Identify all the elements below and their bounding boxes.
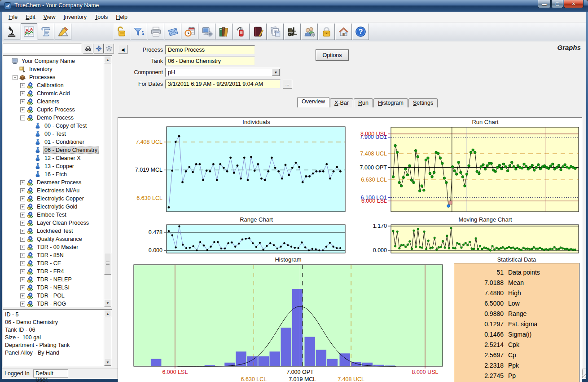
tree-item[interactable]: +Cleaners: [3, 98, 112, 106]
tree-item[interactable]: 12 - Cleaner X: [3, 154, 112, 162]
help-toolbar-button[interactable]: ?: [352, 23, 369, 40]
menu-help[interactable]: Help: [112, 13, 132, 22]
expand-toggle[interactable]: +: [20, 302, 25, 306]
expand-toggle[interactable]: +: [20, 245, 25, 250]
tab-settings[interactable]: Settings: [408, 98, 438, 107]
microscope-toolbar-button[interactable]: [4, 23, 20, 40]
menu-edit[interactable]: Edit: [22, 13, 39, 22]
expand-toggle[interactable]: −: [20, 115, 25, 120]
tree-item[interactable]: 06 - Demo Chemistry: [3, 146, 112, 154]
menu-inventory[interactable]: Inventory: [60, 13, 91, 22]
print-toolbar-button[interactable]: [148, 23, 164, 40]
expand-toggle[interactable]: +: [20, 285, 25, 290]
collapse-all-button[interactable]: [104, 44, 114, 53]
expand-toggle[interactable]: +: [20, 213, 25, 218]
expand-toggle[interactable]: +: [20, 293, 25, 298]
tree-item[interactable]: +TDR - NELSI: [3, 284, 112, 292]
expand-toggle[interactable]: +: [20, 91, 25, 96]
tree-item[interactable]: 13 - Copper: [3, 162, 112, 170]
expand-toggle[interactable]: +: [20, 180, 25, 185]
library-toolbar-button[interactable]: [216, 23, 233, 40]
expand-toggle[interactable]: +: [20, 99, 25, 104]
tree-item[interactable]: +TDR - CE: [3, 259, 112, 267]
tab-histogram[interactable]: Histogram: [373, 98, 408, 107]
tree-item[interactable]: +Lockheed Test: [3, 227, 112, 235]
find-button[interactable]: [83, 44, 93, 53]
expand-all-button[interactable]: [94, 44, 104, 53]
tree-item[interactable]: +Desmear Process: [3, 178, 112, 187]
tree-item[interactable]: 01 - Conditioner: [3, 138, 112, 146]
expand-toggle[interactable]: +: [20, 269, 25, 274]
tree-item[interactable]: +TDR - POL: [3, 292, 112, 300]
minimize-button[interactable]: ▬: [538, 0, 551, 8]
test-results-toolbar-button[interactable]: [38, 23, 54, 40]
tree-item[interactable]: +Quality Assurance: [3, 235, 112, 243]
drafting-toolbar-button[interactable]: [55, 23, 71, 40]
scroll-down-icon[interactable]: ▼: [104, 299, 111, 306]
graphs-toolbar-button[interactable]: [21, 23, 37, 40]
expand-toggle[interactable]: +: [20, 261, 25, 266]
tree-item[interactable]: +Chromic Acid: [3, 89, 112, 98]
menu-tools[interactable]: Tools: [91, 13, 112, 22]
expand-toggle[interactable]: +: [20, 188, 25, 193]
expand-toggle[interactable]: +: [20, 221, 25, 226]
tree-item[interactable]: −Demo Process: [3, 114, 112, 122]
send-toolbar-button[interactable]: [165, 23, 181, 40]
process-field[interactable]: Demo Process: [165, 45, 255, 54]
tab-overview[interactable]: Overview: [297, 97, 329, 107]
expand-toggle[interactable]: +: [20, 229, 25, 234]
expand-toggle[interactable]: −: [13, 75, 18, 80]
expand-toggle[interactable]: +: [20, 204, 25, 209]
scroll-down-icon[interactable]: ▼: [104, 359, 111, 366]
tree-item[interactable]: 00 - Test: [3, 130, 112, 138]
tree-item[interactable]: +TDR - 85N: [3, 251, 112, 259]
tree-scrollbar[interactable]: ▲ ▼: [104, 56, 111, 306]
expand-toggle[interactable]: +: [20, 277, 25, 282]
safety-toolbar-button[interactable]: [233, 23, 250, 40]
tree-item[interactable]: +Cupric Process: [3, 106, 112, 114]
tree-item[interactable]: Your Company Name: [3, 57, 112, 65]
tree-item[interactable]: +TDR - NELEP: [3, 275, 112, 284]
tree-item[interactable]: +Layer Clean Process: [3, 219, 112, 227]
scroll-up-icon[interactable]: ▲: [104, 56, 111, 63]
expand-toggle[interactable]: +: [20, 237, 25, 242]
journal-toolbar-button[interactable]: [250, 23, 267, 40]
tree-item[interactable]: +Electrolytic Gold: [3, 203, 112, 211]
tree-item[interactable]: +TDR - 00 Master: [3, 243, 112, 251]
tree-item[interactable]: 16 - Etch: [3, 170, 112, 178]
tree-item[interactable]: +TDR - ROG: [3, 300, 112, 307]
expand-toggle[interactable]: +: [20, 83, 25, 88]
tree-item[interactable]: 00 - Copy of Test: [3, 122, 112, 130]
unlock-toolbar-button[interactable]: [114, 23, 130, 40]
tree-item[interactable]: +Calibration: [3, 81, 112, 89]
tab-x-bar[interactable]: X-Bar: [330, 98, 353, 107]
close-button[interactable]: ✕: [564, 0, 584, 8]
users-toolbar-button[interactable]: [301, 23, 318, 40]
maximize-button[interactable]: ▢: [551, 0, 563, 8]
tree-item[interactable]: Inventory: [3, 65, 112, 73]
tree-item[interactable]: +Embee Test: [3, 211, 112, 219]
chevron-down-icon[interactable]: ▼: [272, 69, 280, 76]
info-scrollbar[interactable]: ▲ ▼: [104, 310, 111, 366]
date-picker-button[interactable]: …: [283, 80, 292, 89]
tree-item[interactable]: +Electroless Ni/Au: [3, 187, 112, 195]
security-toolbar-button[interactable]: [318, 23, 335, 40]
home-toolbar-button[interactable]: [335, 23, 352, 40]
for-dates-field[interactable]: 3/1/2011 6:19 AM - 9/29/2011 9:04 AM: [165, 80, 281, 89]
reports-toolbar-button[interactable]: [267, 23, 284, 40]
menu-view[interactable]: View: [39, 13, 60, 22]
expand-toggle[interactable]: +: [20, 107, 25, 112]
expand-toggle[interactable]: +: [20, 196, 25, 201]
tree-item[interactable]: −Processes: [3, 73, 112, 81]
search-input[interactable]: [3, 44, 82, 53]
schedule-toolbar-button[interactable]: [182, 23, 198, 40]
component-select[interactable]: pH▼: [165, 68, 281, 77]
forklift-toolbar-button[interactable]: [284, 23, 301, 40]
menu-file[interactable]: File: [4, 13, 22, 22]
tree-scroll-thumb[interactable]: [104, 253, 111, 275]
tank-field[interactable]: 06 - Demo Chemistry: [165, 57, 255, 66]
options-button[interactable]: Options: [316, 49, 349, 61]
system-toolbar-button[interactable]: [199, 23, 215, 40]
tree-item[interactable]: +TDR - FR4: [3, 267, 112, 275]
scroll-up-icon[interactable]: ▲: [104, 310, 111, 317]
